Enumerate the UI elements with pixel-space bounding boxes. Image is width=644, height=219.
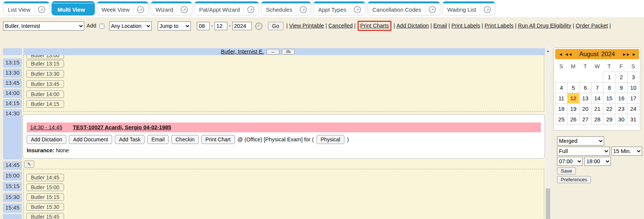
preferences-button[interactable]: Preferences: [557, 176, 591, 183]
jump-to-select[interactable]: Jump to: [158, 21, 191, 31]
link-print-labels[interactable]: Print Labels: [451, 23, 480, 29]
calendar-prev-icon[interactable]: ◄: [557, 52, 563, 57]
slot-button-butler-15-45[interactable]: Butler 15:45: [26, 213, 64, 219]
external-link-icon[interactable]: ↗: [354, 6, 361, 13]
link-view-printable[interactable]: View Printable: [289, 23, 324, 29]
tab-list-view[interactable]: List View↗: [3, 1, 50, 15]
day-cell-25[interactable]: 25: [555, 114, 568, 125]
provider-select[interactable]: Butler, Internist: [3, 21, 84, 31]
calendar-fast-prev-icon[interactable]: ◄◄: [563, 52, 573, 57]
date-month-input[interactable]: [197, 22, 210, 30]
fb-button[interactable]: f/b: [282, 49, 295, 55]
day-cell-17[interactable]: 17: [627, 93, 639, 104]
day-cell-15[interactable]: 15: [603, 93, 615, 104]
day-cell-12[interactable]: 12: [567, 93, 580, 104]
tab-waiting-list[interactable]: Waiting List↗: [442, 1, 495, 15]
tab-week-view[interactable]: Week View↗: [97, 1, 149, 15]
link-email[interactable]: Email: [433, 23, 447, 29]
view-mode-select[interactable]: Merged: [557, 136, 604, 145]
day-cell-24[interactable]: 24: [627, 103, 639, 114]
edit-slot-button[interactable]: ✎: [24, 161, 34, 168]
link-print-labels-2[interactable]: Print Labels: [485, 23, 514, 29]
start-time-select[interactable]: 07:00: [557, 157, 583, 166]
day-cell-26[interactable]: 26: [567, 114, 580, 125]
day-cell-1[interactable]: 1: [603, 72, 615, 83]
add-task-button[interactable]: Add Task: [115, 135, 145, 144]
slot-button-butler-15-30[interactable]: Butler 15:30: [26, 203, 64, 211]
day-cell-10[interactable]: 10: [627, 82, 639, 93]
tab-schedules[interactable]: Schedules↗: [261, 1, 311, 15]
external-link-icon[interactable]: ↗: [181, 6, 188, 13]
day-cell-4[interactable]: 4: [555, 82, 568, 93]
external-link-icon[interactable]: ↗: [300, 6, 307, 13]
appointment-type-button[interactable]: Physical: [317, 135, 344, 144]
day-cell-31[interactable]: 31: [627, 114, 639, 125]
day-cell-22[interactable]: 22: [603, 103, 615, 114]
print-chart-button[interactable]: Print Chart: [201, 135, 235, 144]
end-time-select[interactable]: 18:00: [585, 157, 611, 166]
day-cell-23[interactable]: 23: [615, 103, 627, 114]
size-select[interactable]: Full: [557, 147, 610, 156]
slot-button-butler-13-45[interactable]: Butler 13:45: [26, 80, 64, 88]
patient-link[interactable]: TEST-10027 Acardi, Sergio 04-02-1985: [73, 124, 171, 130]
day-cell-5[interactable]: 5: [567, 82, 580, 93]
link-print-charts[interactable]: Print Charts: [360, 23, 389, 29]
location-select[interactable]: Any Location: [109, 21, 152, 31]
day-cell-7[interactable]: 7: [591, 82, 604, 93]
slot-button-butler-14-45[interactable]: Butler 14:45: [26, 174, 64, 181]
day-cell-20[interactable]: 20: [579, 103, 592, 114]
minimize-column-button[interactable]: —: [266, 49, 279, 55]
interval-select[interactable]: 15 Min.: [611, 147, 642, 156]
slot-button-butler-13-30[interactable]: Butler 13:30: [26, 70, 64, 78]
email-button[interactable]: Email: [147, 135, 169, 144]
external-link-icon[interactable]: ↗: [137, 6, 144, 13]
day-cell-3[interactable]: 3: [627, 72, 639, 83]
external-link-icon[interactable]: ↗: [38, 6, 45, 13]
link-add-dictation[interactable]: Add Dictation: [396, 23, 429, 29]
slot-button-butler-14-15[interactable]: Butler 14:15: [26, 100, 64, 108]
clock-icon[interactable]: [255, 22, 263, 30]
day-cell-8[interactable]: 8: [603, 82, 615, 93]
appointment-time-link[interactable]: 14:30 - 14:45: [30, 124, 62, 130]
day-cell-28[interactable]: 28: [591, 114, 604, 125]
day-cell-21[interactable]: 21: [591, 103, 604, 114]
day-cell-16[interactable]: 16: [615, 93, 627, 104]
add-document-button[interactable]: Add Document: [69, 135, 112, 144]
day-cell-2[interactable]: 2: [615, 72, 627, 83]
checkin-button[interactable]: Checkin: [171, 135, 199, 144]
slot-button-butler-13-15[interactable]: Butler 13:15: [26, 60, 64, 67]
day-cell-29[interactable]: 29: [603, 114, 615, 125]
day-cell-14[interactable]: 14: [591, 93, 604, 104]
link-run-all-drug-eligibility[interactable]: Run All Drug Eligibility: [518, 23, 571, 29]
slot-button-butler-15-15[interactable]: Butler 15:15: [26, 193, 64, 201]
tab-appt-types[interactable]: Appt Types↗: [313, 1, 365, 15]
tab-wizard[interactable]: Wizard↗: [151, 1, 192, 15]
calendar-fast-next-icon[interactable]: ►►: [621, 52, 631, 57]
day-cell-18[interactable]: 18: [555, 103, 568, 114]
add-dictation-button[interactable]: Add Dictation: [27, 135, 66, 144]
day-cell-13[interactable]: 13: [579, 93, 592, 104]
save-button[interactable]: Save: [557, 167, 576, 175]
date-year-input[interactable]: [232, 22, 252, 30]
day-cell-30[interactable]: 30: [615, 114, 627, 125]
scrollbar-up-arrow-icon[interactable]: ▲: [545, 49, 551, 53]
slot-button-butler-14-00[interactable]: Butler 14:00: [26, 90, 64, 98]
external-link-icon[interactable]: ↗: [429, 6, 436, 13]
slot-button-butler-15-00[interactable]: Butler 15:00: [26, 184, 64, 191]
day-cell-11[interactable]: 11: [555, 93, 568, 104]
external-link-icon[interactable]: ↗: [484, 6, 491, 13]
date-day-input[interactable]: [215, 22, 227, 30]
go-button[interactable]: Go: [268, 22, 283, 30]
external-link-icon[interactable]: ↗: [247, 6, 254, 13]
calendar-next-icon[interactable]: ►: [631, 52, 637, 57]
add-checkbox[interactable]: [99, 24, 104, 29]
tab-multi-view[interactable]: Multi View: [52, 1, 95, 15]
day-cell-27[interactable]: 27: [579, 114, 592, 125]
tab-pat-appt-wizard[interactable]: Pat/Appt Wizard↗: [194, 1, 259, 15]
day-cell-19[interactable]: 19: [567, 103, 580, 114]
tab-cancellation-codes[interactable]: Cancellation Codes↗: [367, 1, 440, 15]
day-cell-9[interactable]: 9: [615, 82, 627, 93]
scrollbar-thumb[interactable]: [546, 188, 550, 219]
provider-link[interactable]: Butler, Internist E.: [221, 49, 264, 55]
day-cell-6[interactable]: 6: [579, 82, 592, 93]
